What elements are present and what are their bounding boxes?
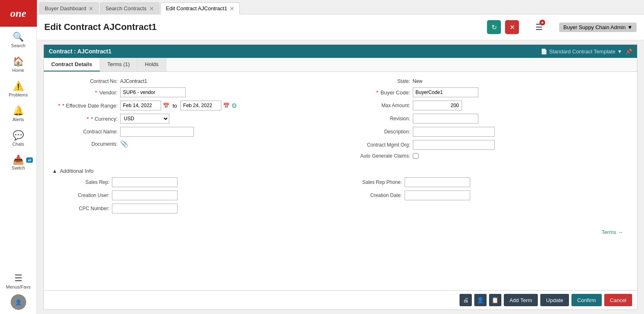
currency-row: * * Currency: USD EUR GBP — [52, 114, 337, 124]
sidebar-item-chats[interactable]: 💬 Chats — [0, 125, 36, 150]
user-action-button[interactable]: 👤 — [474, 294, 487, 306]
template-extra-icon[interactable]: 📌 — [626, 48, 632, 55]
terms-link-area: Terms → — [52, 217, 629, 241]
sidebar-label-menus: Menus/Favs — [6, 284, 31, 289]
tab-close-buyer-dashboard[interactable]: ✕ — [89, 6, 93, 11]
tab-close-search-contracts[interactable]: ✕ — [149, 6, 154, 11]
contract-name-input[interactable] — [120, 127, 194, 137]
creation-date-input[interactable] — [405, 190, 470, 200]
contract-name-row: Contract Name: — [52, 127, 337, 137]
copy-button[interactable]: 📋 — [489, 294, 501, 306]
max-amount-input[interactable] — [413, 101, 462, 110]
vendor-input[interactable] — [120, 87, 186, 97]
contract-name-label: Contract Name: — [52, 129, 118, 135]
home-icon: 🏠 — [13, 56, 24, 67]
max-amount-row: Max Amount: — [345, 101, 629, 110]
tab-contract-details[interactable]: Contract Details — [44, 58, 100, 71]
sales-rep-phone-row: Sales Rep Phone: — [345, 177, 629, 187]
contract-no-value: AJContract1 — [120, 78, 147, 84]
sales-rep-input[interactable] — [112, 177, 177, 187]
contract-mgmt-org-row: Contract Mgmt Org: — [345, 140, 629, 150]
additional-info-label: Additional Info — [60, 168, 93, 174]
sidebar-item-menus[interactable]: ☰ Menus/Favs — [0, 268, 36, 293]
terms-link[interactable]: Terms → — [596, 225, 629, 239]
date-range-row: * * Effective Date Range: 📅 to 📅 ⚙ — [52, 101, 337, 110]
sidebar-item-home[interactable]: 🏠 Home — [0, 51, 36, 76]
cpc-number-row: CPC Number: — [52, 204, 337, 213]
description-input[interactable] — [413, 127, 495, 137]
tab-buyer-dashboard[interactable]: Buyer Dashboard ✕ — [39, 2, 99, 14]
confirm-button[interactable]: Confirm — [571, 294, 602, 306]
calendar-from-icon[interactable]: 📅 — [163, 103, 169, 109]
sidebar-item-search[interactable]: 🔍 Search — [0, 27, 36, 51]
terms-link-label: Terms — [602, 229, 616, 235]
sidebar-label-alerts: Alerts — [12, 117, 24, 122]
warning-icon: ⚠️ — [13, 81, 24, 92]
additional-info-section[interactable]: ▲ Additional Info — [52, 168, 629, 174]
cpc-number-input[interactable] — [112, 204, 177, 213]
sidebar-label-home: Home — [12, 68, 24, 73]
template-doc-icon: 📄 — [541, 48, 547, 55]
revision-input[interactable] — [413, 114, 478, 124]
tab-terms[interactable]: Terms (1) — [100, 58, 138, 71]
print-button[interactable]: 🖨 — [460, 294, 472, 306]
add-term-button[interactable]: Add Term — [504, 294, 538, 306]
tab-edit-contract[interactable]: Edit Contract AJContract1 ✕ — [161, 2, 240, 14]
sidebar-item-problems[interactable]: ⚠️ Problems — [0, 76, 36, 101]
date-from-input[interactable] — [120, 101, 161, 110]
creation-user-input[interactable] — [112, 190, 177, 200]
sales-rep-row: Sales Rep: — [52, 177, 337, 187]
date-range-wrap: 📅 to 📅 ⚙ — [120, 101, 237, 110]
template-arrow-icon: ▼ — [617, 48, 622, 55]
currency-select[interactable]: USD EUR GBP — [120, 114, 169, 124]
cpc-number-label: CPC Number: — [52, 206, 109, 211]
contract-panel-header: Contract : AJContract1 📄 Standard Contra… — [44, 45, 637, 58]
auto-generate-claims-checkbox[interactable] — [413, 153, 419, 159]
documents-label: Documents: — [52, 141, 118, 147]
user-dropdown[interactable]: Buyer Suppy Chain Admin ▼ — [559, 23, 637, 32]
auto-generate-claims-row: Auto Generate Claims: — [345, 153, 629, 159]
sales-rep-label: Sales Rep: — [52, 179, 109, 185]
tab-label-contract-details: Contract Details — [51, 61, 92, 67]
state-label: State: — [345, 78, 410, 84]
template-dropdown[interactable]: 📄 Standard Contract Template ▼ 📌 — [541, 48, 632, 55]
calendar-to-icon[interactable]: 📅 — [223, 103, 230, 109]
form-area: Contract No: AJContract1 * Vendor: — [44, 72, 637, 290]
schedule-icon[interactable]: ⚙ — [231, 102, 237, 110]
revision-label: Revision: — [345, 116, 410, 121]
app-logo[interactable]: one — [0, 0, 37, 27]
avatar-icon: 👤 — [15, 299, 22, 305]
close-button[interactable]: ✕ — [505, 20, 519, 34]
date-range-label: * * Effective Date Range: — [52, 103, 118, 109]
state-value: New — [413, 78, 423, 84]
switch-inbox-icon: 📥 — [13, 155, 24, 165]
contract-panel: Contract : AJContract1 📄 Standard Contra… — [43, 44, 637, 310]
sales-rep-phone-input[interactable] — [405, 177, 470, 187]
update-button[interactable]: Update — [540, 294, 569, 306]
avatar[interactable]: 👤 — [11, 294, 26, 310]
creation-user-label: Creation User: — [52, 193, 109, 198]
date-to-input[interactable] — [180, 101, 221, 110]
contract-mgmt-org-label: Contract Mgmt Org: — [345, 142, 410, 148]
panel-tabs: Contract Details Terms (1) Holds — [44, 58, 637, 72]
tab-search-contracts[interactable]: Search Contracts ✕ — [100, 2, 159, 14]
notifications-button[interactable]: ☰ ★ — [535, 22, 543, 32]
terms-arrow-icon: → — [618, 229, 623, 235]
cancel-button[interactable]: Cancel — [604, 294, 632, 306]
additional-info-right: Sales Rep Phone: Creation Date: — [345, 177, 629, 217]
refresh-button[interactable]: ↻ — [487, 20, 501, 34]
sidebar-bottom: ☰ Menus/Favs 👤 — [0, 268, 36, 314]
sidebar-label-problems: Problems — [9, 92, 27, 97]
vendor-row: * Vendor: — [52, 87, 337, 97]
template-label: Standard Contract Template — [549, 48, 615, 55]
tab-label-terms: Terms (1) — [107, 61, 130, 67]
buyer-code-input[interactable] — [413, 87, 478, 97]
tab-holds[interactable]: Holds — [138, 58, 166, 71]
sidebar-item-alerts[interactable]: 🔔 Alerts — [0, 101, 36, 125]
contract-mgmt-org-input[interactable] — [413, 140, 495, 150]
documents-icon[interactable]: 📎 — [120, 140, 128, 148]
sidebar-item-switch[interactable]: 📥 ⇄ Switch — [0, 150, 36, 174]
creation-date-label: Creation Date: — [345, 193, 402, 198]
tab-close-edit-contract[interactable]: ✕ — [230, 6, 234, 11]
contract-panel-title: Contract : AJContract1 — [49, 48, 112, 55]
